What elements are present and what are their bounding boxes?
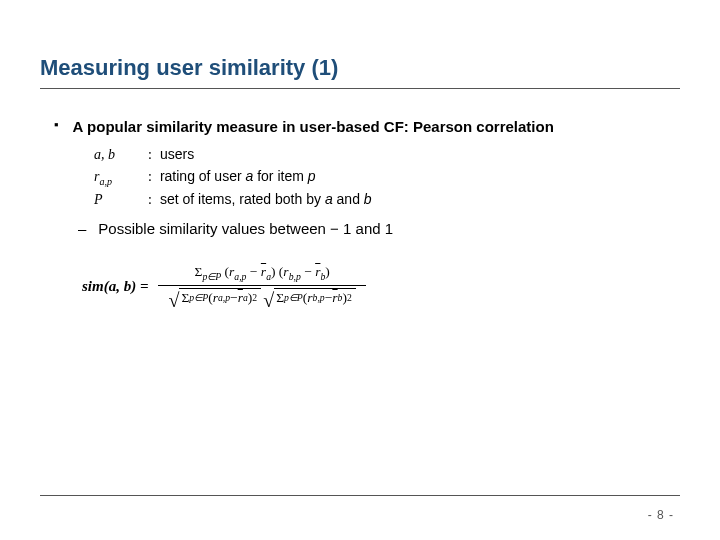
denominator: √ Σp∈P (ra,p − ra)2 √ Σp∈P (rb,p − rb)2 (158, 286, 365, 310)
sub-bullet: – Possible similarity values between − 1… (78, 217, 680, 240)
bullet-main: ▪ A popular similarity measure in user-b… (54, 115, 680, 138)
pearson-formula: sim(a, b) = Σp∈P (ra,p − ra) (rb,p − rb)… (82, 262, 680, 310)
sim-label: sim(a, b) = (82, 275, 148, 298)
bullet-icon: ▪ (54, 115, 59, 135)
definition-block: a, b : users ra,p : rating of user a for… (94, 144, 680, 211)
def-rap: ra,p : rating of user a for item p (94, 166, 680, 189)
def-colon: : (148, 189, 152, 211)
sqrt-a: √ Σp∈P (ra,p − ra)2 (168, 288, 261, 308)
slide-title: Measuring user similarity (1) (40, 55, 338, 81)
fraction: Σp∈P (ra,p − ra) (rb,p − rb) √ Σp∈P (ra,… (158, 262, 365, 310)
def-ab-desc: users (160, 144, 194, 166)
dash-icon: – (78, 217, 86, 240)
def-rap-term: ra,p (94, 166, 140, 189)
def-colon: : (148, 144, 152, 166)
slide: Measuring user similarity (1) ▪ A popula… (0, 0, 720, 540)
def-ab-term: a, b (94, 144, 140, 166)
def-P-term: P (94, 189, 140, 211)
def-P: P : set of items, rated both by a and b (94, 189, 680, 211)
numerator: Σp∈P (ra,p − ra) (rb,p − rb) (185, 262, 340, 285)
def-rap-desc: rating of user a for item p (160, 166, 316, 188)
page-number: - 8 - (648, 508, 674, 522)
title-rule (40, 88, 680, 89)
def-colon: : (148, 166, 152, 188)
bullet-text: A popular similarity measure in user-bas… (73, 115, 554, 138)
content-body: ▪ A popular similarity measure in user-b… (54, 115, 680, 310)
def-ab: a, b : users (94, 144, 680, 166)
def-P-desc: set of items, rated both by a and b (160, 189, 372, 211)
bottom-rule (40, 495, 680, 496)
sqrt-b: √ Σp∈P (rb,p − rb)2 (263, 288, 356, 308)
sub-bullet-text: Possible similarity values between − 1 a… (98, 217, 393, 240)
